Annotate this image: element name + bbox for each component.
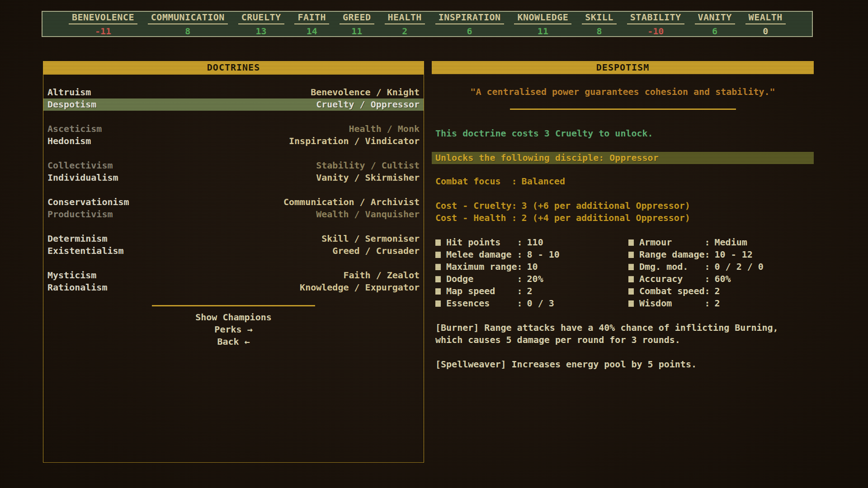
stat-bullet-icon <box>435 239 441 246</box>
doctrine-pair: Skill / Sermoniser <box>321 233 420 245</box>
stat-bullet-icon <box>628 276 634 282</box>
doctrine-pair: Communication / Archivist <box>283 196 420 208</box>
separator: : <box>517 298 523 309</box>
stat-greed: GREED 11 <box>340 12 374 37</box>
stat-label: COMMUNICATION <box>148 12 228 24</box>
stat-value: -11 <box>95 26 111 37</box>
doctrine-row-mysticism[interactable]: Mysticism Faith / Zealot <box>43 269 424 282</box>
back-button[interactable]: Back ← <box>43 336 424 348</box>
stat-benevolence: BENEVOLENCE -11 <box>69 12 137 37</box>
doctrine-row-productivism[interactable]: Productivism Wealth / Vanquisher <box>43 208 424 221</box>
stat-range-damage: Range damage:10 - 12 <box>628 249 764 261</box>
doctrine-pair: Inspiration / Vindicator <box>289 135 420 147</box>
stat-essences: Essences:0 / 3 <box>435 297 628 310</box>
doctrine-name: Collectivism <box>47 160 113 172</box>
stat-label: FAITH <box>294 12 329 24</box>
stat-label: STABILITY <box>627 12 684 24</box>
doctrine-pair: Greed / Crusader <box>332 245 420 257</box>
stat-value: 2 <box>402 26 407 37</box>
stat-accuracy: Accuracy:60% <box>628 273 764 285</box>
doctrine-pair: Benevolence / Knight <box>311 86 420 99</box>
doctrine-name: Productivism <box>47 208 113 221</box>
stat-label: INSPIRATION <box>435 12 504 24</box>
stat-value: 2 <box>715 298 720 309</box>
stat-label: Maximum range <box>446 261 517 273</box>
trait-spellweaver-text: [Spellweaver] Increases energy pool by 5… <box>432 358 806 371</box>
doctrine-pair: Health / Monk <box>349 123 420 135</box>
doctrine-row-conservationism[interactable]: Conservationism Communication / Archivis… <box>43 196 424 208</box>
stat-label: BENEVOLENCE <box>69 12 137 24</box>
stat-value: 20% <box>527 273 543 284</box>
show-champions-button[interactable]: Show Champions <box>43 311 424 324</box>
separator: : <box>704 286 710 296</box>
separator: : <box>704 237 710 248</box>
doctrine-row-collectivism[interactable]: Collectivism Stability / Cultist <box>43 160 424 172</box>
unit-stats-column-right: Armour:Medium Range damage:10 - 12 Dmg. … <box>628 236 764 310</box>
doctrines-panel-title: DOCTRINES <box>43 61 424 74</box>
detail-panel-title: DESPOTISM <box>432 61 814 74</box>
combat-focus-value: Balanced <box>522 176 565 187</box>
doctrine-row-hedonism[interactable]: Hedonism Inspiration / Vindicator <box>43 135 424 147</box>
perks-button[interactable]: Perks → <box>43 324 424 336</box>
stat-bullet-icon <box>435 252 441 258</box>
doctrine-group: Collectivism Stability / Cultist Individ… <box>43 160 424 184</box>
stat-value: 60% <box>715 273 731 284</box>
doctrines-panel: DOCTRINES Altruism Benevolence / Knight … <box>43 61 424 463</box>
stat-melee-damage: Melee damage:8 - 10 <box>435 249 628 261</box>
separator: : <box>517 261 523 272</box>
stat-value: Medium <box>715 237 747 248</box>
doctrine-row-rationalism[interactable]: Rationalism Knowledge / Expurgator <box>43 282 424 294</box>
combat-focus-block: Combat focus:Balanced <box>432 175 814 188</box>
stat-stability: STABILITY -10 <box>627 12 684 37</box>
separator: : <box>512 176 517 187</box>
stat-label: Hit points <box>446 236 517 249</box>
stat-bullet-icon <box>435 288 441 295</box>
unlock-cost-text: This doctrine costs 3 Cruelty to unlock. <box>432 127 814 140</box>
stat-label: Accuracy <box>639 273 704 285</box>
doctrines-list: Altruism Benevolence / Knight Despotism … <box>43 74 424 463</box>
doctrine-name: Asceticism <box>47 123 102 135</box>
doctrine-pair: Faith / Zealot <box>343 269 420 282</box>
stat-faith: FAITH 14 <box>294 12 329 37</box>
combat-focus-line: Combat focus:Balanced <box>432 175 814 188</box>
divider <box>510 108 736 110</box>
doctrine-name: Despotism <box>47 99 96 111</box>
separator: : <box>512 212 517 223</box>
stat-value: 0 / 3 <box>527 298 554 309</box>
doctrine-pair: Vanity / Skirmisher <box>316 172 420 184</box>
doctrine-row-asceticism[interactable]: Asceticism Health / Monk <box>43 123 424 135</box>
stat-bullet-icon <box>435 264 441 270</box>
stat-skill: SKILL 8 <box>582 12 617 37</box>
doctrine-pair: Wealth / Vanquisher <box>316 208 420 221</box>
stat-value: 2 <box>715 286 720 296</box>
stat-label: Essences <box>446 297 517 310</box>
unit-stats-grid: Hit points:110 Melee damage:8 - 10 Maxim… <box>432 236 814 310</box>
stat-combat-speed: Combat speed:2 <box>628 285 764 297</box>
doctrine-row-determinism[interactable]: Determinism Skill / Sermoniser <box>43 233 424 245</box>
doctrine-pair: Cruelty / Oppressor <box>316 99 420 111</box>
stat-value: 6 <box>712 26 717 37</box>
unit-stats-column-left: Hit points:110 Melee damage:8 - 10 Maxim… <box>435 236 628 310</box>
doctrine-row-existentialism[interactable]: Existentialism Greed / Crusader <box>43 245 424 257</box>
stat-label: KNOWLEDGE <box>514 12 571 24</box>
doctrine-detail-panel: DESPOTISM "A centralised power guarantee… <box>432 61 814 371</box>
stat-value: 8 <box>185 26 190 37</box>
stat-value: 11 <box>538 26 548 37</box>
stat-label: Dodge <box>446 273 517 285</box>
stat-bullet-icon <box>628 288 634 295</box>
doctrine-name: Conservationism <box>47 196 129 208</box>
doctrine-group: Determinism Skill / Sermoniser Existenti… <box>43 233 424 257</box>
stat-label: Combat speed <box>639 285 704 297</box>
stat-value: 0 / 2 / 0 <box>715 261 764 272</box>
stat-value: 14 <box>307 26 317 37</box>
separator: : <box>517 237 523 248</box>
stat-label: Dmg. mod. <box>639 261 704 273</box>
cost-health-line: Cost - Health:2 (+4 per additional Oppre… <box>432 212 814 224</box>
doctrine-row-altruism[interactable]: Altruism Benevolence / Knight <box>43 86 424 99</box>
doctrine-row-individualism[interactable]: Individualism Vanity / Skirmisher <box>43 172 424 184</box>
doctrine-name: Altruism <box>47 86 91 99</box>
doctrine-name: Existentialism <box>47 245 124 257</box>
stat-value: 10 - 12 <box>715 249 753 260</box>
doctrine-row-despotism[interactable]: Despotism Cruelty / Oppressor <box>43 99 424 111</box>
stat-value: 8 <box>597 26 602 37</box>
